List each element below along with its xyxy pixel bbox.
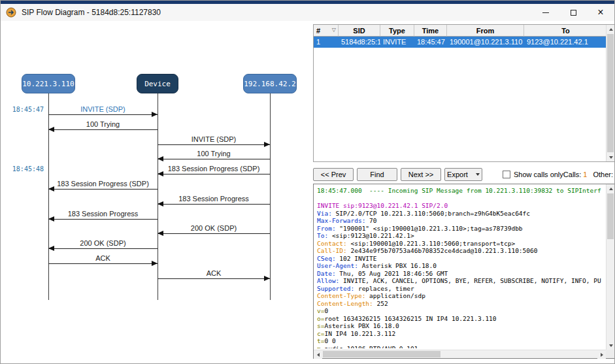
scroll-down-icon[interactable] bbox=[607, 153, 615, 161]
table-scrollbar[interactable] bbox=[606, 25, 614, 161]
prev-button[interactable]: << Prev bbox=[313, 168, 354, 181]
diagram-message[interactable]: INVITE (SDP) bbox=[48, 105, 158, 121]
column-header-2[interactable]: Type bbox=[380, 25, 414, 37]
sip-line: Via: SIP/2.0/TCP 10.221.3.110:5060;branc… bbox=[317, 210, 605, 218]
export-button-label: Export bbox=[447, 171, 468, 178]
sip-line: t=0 0 bbox=[317, 337, 605, 345]
column-header-4[interactable]: From bbox=[447, 25, 524, 37]
column-header-1[interactable]: SID bbox=[339, 25, 380, 37]
message-label: 183 Session Progress bbox=[48, 210, 158, 218]
message-horizontal-scrollbar[interactable] bbox=[314, 350, 606, 358]
message-line bbox=[48, 129, 158, 130]
sip-text-segment: 18:45:47.000 ---- Incoming SIP Message f… bbox=[317, 187, 601, 194]
other-label: Other: bbox=[593, 171, 613, 178]
sip-text-segment: Supported: bbox=[317, 285, 358, 292]
message-vertical-scrollbar[interactable] bbox=[606, 184, 614, 350]
diagram-message[interactable]: 100 Trying bbox=[158, 150, 270, 165]
table-cell: 1 bbox=[314, 37, 339, 48]
sip-text-segment: root 1634326215 1634326215 IN IP4 10.221… bbox=[324, 315, 496, 322]
sip-text-segment: User-Agent: bbox=[317, 262, 362, 269]
sip-line: 18:45:47.000 ---- Incoming SIP Message f… bbox=[317, 187, 605, 195]
message-line bbox=[158, 144, 270, 145]
sip-line: o=root 1634326215 1634326215 IN IP4 10.2… bbox=[317, 315, 605, 323]
table-row[interactable]: 15184d8:25:11...INVITE18:45:47190001@10.… bbox=[314, 37, 614, 48]
arrowhead-icon bbox=[158, 231, 163, 236]
maximize-icon bbox=[571, 10, 576, 16]
scroll-up-icon[interactable] bbox=[607, 25, 615, 33]
actor-box[interactable]: Device bbox=[137, 74, 178, 93]
column-header-3[interactable]: Time bbox=[414, 25, 447, 37]
sip-text-segment: m= bbox=[317, 345, 324, 349]
message-line bbox=[48, 114, 158, 115]
message-timestamp: 18:45:47 bbox=[7, 106, 44, 113]
maximize-button[interactable] bbox=[559, 4, 587, 21]
diagram-message[interactable]: INVITE (SDP) bbox=[158, 135, 270, 151]
sip-line: Allow: INVITE, ACK, CANCEL, OPTIONS, BYE… bbox=[317, 277, 605, 285]
sip-text-segment: INVITE, ACK, CANCEL, OPTIONS, BYE, REFER… bbox=[343, 277, 601, 284]
export-button[interactable]: Export bbox=[444, 168, 482, 181]
diagram-message[interactable]: ACK bbox=[48, 254, 158, 270]
next-button[interactable]: Next >> bbox=[401, 168, 441, 181]
sip-line: To: <sip:9123@10.221.42.1> bbox=[317, 232, 605, 240]
table-cell: 5184d8:25:11... bbox=[339, 37, 380, 48]
scrollbar-corner bbox=[606, 350, 614, 358]
sip-message-view[interactable]: 18:45:47.000 ---- Incoming SIP Message f… bbox=[313, 184, 615, 359]
sip-text-segment: 0 0 bbox=[324, 337, 335, 344]
sip-text-segment: Date: bbox=[317, 270, 339, 277]
column-header-label: Type bbox=[389, 27, 405, 35]
diagram-message[interactable]: 183 Session Progress bbox=[158, 195, 270, 210]
diagram-message[interactable]: 183 Session Progress bbox=[48, 210, 158, 225]
column-header-label: Time bbox=[422, 27, 439, 35]
sip-line: Contact: <sip:190001@10.221.3.110:5060;t… bbox=[317, 240, 605, 248]
minimize-button[interactable] bbox=[532, 4, 559, 21]
message-label: ACK bbox=[158, 269, 270, 277]
diagram-message[interactable]: 183 Session Progress (SDP) bbox=[48, 180, 158, 195]
sip-text-segment: <sip:9123@10.221.42.1> bbox=[332, 232, 414, 239]
sip-text-segment: Asterisk PBX 16.18.0 bbox=[324, 322, 399, 329]
close-icon: × bbox=[597, 7, 603, 18]
app-icon bbox=[6, 7, 16, 18]
sip-text-segment: Allow: bbox=[317, 277, 343, 284]
diagram-message[interactable]: 100 Trying bbox=[48, 120, 158, 136]
diagram-message[interactable]: 200 OK (SDP) bbox=[48, 239, 158, 255]
table-cell: 190001@10.221.3.110 bbox=[447, 37, 524, 48]
table-header-row: #▽SIDTypeTimeFromTo bbox=[314, 25, 614, 37]
column-header-5[interactable]: To bbox=[524, 25, 608, 37]
table-cell: INVITE bbox=[380, 37, 414, 48]
diagram-message[interactable]: ACK bbox=[158, 269, 270, 285]
close-button[interactable]: × bbox=[587, 4, 614, 21]
sip-text-segment: 70 bbox=[369, 217, 376, 224]
sip-text-segment: replaces, timer bbox=[358, 285, 414, 292]
sip-text-segment: INVITE sip:9123@10.221.42.1 SIP/2.0 bbox=[317, 202, 448, 209]
message-label: 200 OK (SDP) bbox=[158, 224, 270, 232]
message-line bbox=[48, 263, 158, 264]
sip-text-segment: o= bbox=[317, 315, 324, 322]
arrowhead-icon bbox=[158, 171, 163, 176]
sip-text-segment: 102 INVITE bbox=[339, 255, 376, 262]
diagram-message[interactable]: 183 Session Progress (SDP) bbox=[158, 165, 270, 180]
actor-box[interactable]: 10.221.3.110 bbox=[22, 74, 75, 93]
table-body: 15184d8:25:11...INVITE18:45:47190001@10.… bbox=[314, 37, 614, 48]
table-scrollbar-thumb[interactable] bbox=[607, 34, 614, 152]
message-line bbox=[158, 174, 270, 174]
message-line bbox=[158, 278, 270, 279]
find-button[interactable]: Find bbox=[357, 168, 397, 181]
column-header-0[interactable]: #▽ bbox=[314, 25, 339, 37]
message-label: INVITE (SDP) bbox=[158, 135, 270, 143]
scroll-up-icon[interactable] bbox=[607, 184, 615, 193]
message-label: 200 OK (SDP) bbox=[48, 239, 158, 247]
arrowhead-icon bbox=[264, 142, 270, 147]
scroll-right-icon[interactable] bbox=[597, 350, 606, 359]
column-header-label: From bbox=[476, 27, 495, 35]
diagram-message[interactable]: 200 OK (SDP) bbox=[158, 224, 270, 240]
message-hscroll-thumb[interactable] bbox=[323, 351, 440, 357]
titlebar[interactable]: SIP Flow Diagram - 5184d8:25:1127830 × bbox=[1, 4, 614, 21]
scroll-left-icon[interactable] bbox=[314, 350, 322, 359]
actor-box[interactable]: 192.168.42.2 bbox=[243, 74, 297, 93]
filter-icon[interactable]: ▽ bbox=[332, 27, 336, 33]
message-vscroll-thumb[interactable] bbox=[607, 193, 614, 239]
scroll-down-icon[interactable] bbox=[607, 341, 615, 350]
show-calls-only-checkbox[interactable] bbox=[503, 171, 510, 178]
sip-line: User-Agent: Asterisk PBX 16.18.0 bbox=[317, 262, 605, 270]
sip-text-segment: To: bbox=[317, 232, 332, 239]
